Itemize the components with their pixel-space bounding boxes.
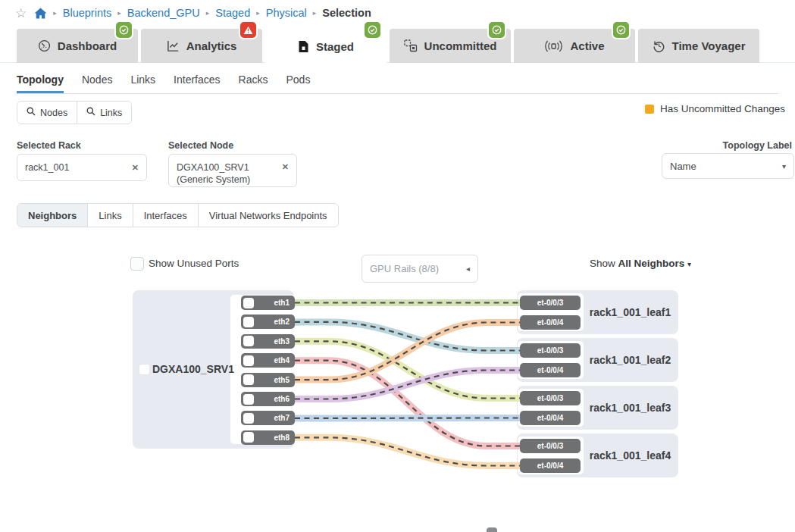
breadcrumb-separator-icon: ▸ <box>256 9 260 17</box>
server-port-eth5[interactable]: eth5 <box>241 373 295 387</box>
breadcrumb-link-physical[interactable]: Physical <box>266 7 307 19</box>
subtab-links[interactable]: Links <box>130 74 155 91</box>
topology-label-value: Name <box>670 161 696 172</box>
leaf-port-rack1-001-leaf1-et-0-0-3[interactable]: et-0/0/3 <box>520 296 581 310</box>
tab-staged[interactable]: Staged <box>265 29 387 64</box>
selected-node-clear-icon[interactable]: ✕ <box>282 161 289 172</box>
server-node-checkbox[interactable] <box>139 364 150 375</box>
chevron-down-icon: ▾ <box>687 260 691 268</box>
subtab-pods[interactable]: Pods <box>286 74 311 91</box>
port-checkbox[interactable] <box>243 298 254 308</box>
port-label: et-0/0/3 <box>520 346 581 355</box>
tab-label: Time Voyager <box>672 39 746 52</box>
chevron-down-icon: ▾ <box>782 162 786 171</box>
selected-rack-value: rack1_001 <box>25 162 69 173</box>
subtab-topology[interactable]: Topology <box>17 74 64 93</box>
breadcrumb-link-blueprints[interactable]: Blueprints <box>63 7 111 19</box>
view-tab-neighbors[interactable]: Neighbors <box>17 204 88 227</box>
subtab-interfaces[interactable]: Interfaces <box>174 74 220 91</box>
topology-label-select[interactable]: Name ▾ <box>662 153 794 179</box>
tab-active[interactable]: Active <box>514 29 635 63</box>
link-band-eth5 <box>295 323 520 380</box>
view-tab-interfaces[interactable]: Interfaces <box>133 204 199 227</box>
search-links-button[interactable]: Links <box>77 102 131 124</box>
favorite-star-icon[interactable]: ☆ <box>15 5 27 21</box>
show-neighbors-dropdown[interactable]: Show All Neighbors ▾ <box>590 258 691 269</box>
breadcrumb-separator-icon: ▸ <box>117 9 121 17</box>
leaf-port-rack1-001-leaf2-et-0-0-3[interactable]: et-0/0/3 <box>520 343 581 358</box>
tab-uncommitted[interactable]: Uncommitted <box>390 29 511 63</box>
port-label: eth8 <box>274 433 295 442</box>
leaf-port-rack1-001-leaf2-et-0-0-4[interactable]: et-0/0/4 <box>520 363 581 377</box>
leaf-port-rack1-001-leaf4-et-0-0-4[interactable]: et-0/0/4 <box>520 458 581 473</box>
analytics-icon <box>167 39 180 52</box>
server-port-eth6[interactable]: eth6 <box>241 392 295 406</box>
server-port-eth7[interactable]: eth7 <box>241 411 295 425</box>
selected-rack-clear-icon[interactable]: ✕ <box>132 162 139 173</box>
selected-rack-label: Selected Rack <box>17 140 81 151</box>
breadcrumb-link-staged[interactable]: Staged <box>215 7 250 19</box>
port-checkbox[interactable] <box>243 374 254 385</box>
search-nodes-button[interactable]: Nodes <box>17 102 77 124</box>
show-unused-ports-checkbox[interactable] <box>130 257 144 271</box>
port-checkbox[interactable] <box>243 336 254 346</box>
tab-time-voyager[interactable]: Time Voyager <box>638 29 759 63</box>
tab-analytics[interactable]: Analytics <box>141 29 262 63</box>
port-checkbox[interactable] <box>243 413 254 424</box>
link-band-eth2 <box>295 322 520 351</box>
breadcrumb-separator-icon: ▸ <box>313 9 317 17</box>
view-tab-virtual-networks-endpoints[interactable]: Virtual Networks Endpoints <box>199 204 338 227</box>
uncommitted-changes-label: Has Uncommitted Changes <box>660 103 785 114</box>
server-port-eth2[interactable]: eth2 <box>241 315 295 329</box>
search-icon <box>27 107 36 118</box>
search-button-label: Nodes <box>40 108 67 118</box>
view-tab-links[interactable]: Links <box>88 204 133 227</box>
gpu-rails-select[interactable]: GPU Rails (8/8) ◂ <box>362 255 478 283</box>
port-label: eth2 <box>274 318 295 326</box>
selected-rack-input[interactable]: rack1_001 ✕ <box>17 154 147 181</box>
leaf-port-rack1-001-leaf4-et-0-0-3[interactable]: et-0/0/3 <box>520 439 581 453</box>
staged-subtab-bar: TopologyNodesLinksInterfacesRacksPods <box>17 73 778 94</box>
link-dash-eth5 <box>295 323 520 380</box>
success-badge-icon <box>613 22 629 38</box>
success-badge-icon <box>116 22 132 38</box>
tab-dashboard[interactable]: Dashboard <box>17 29 138 63</box>
port-checkbox[interactable] <box>243 394 254 405</box>
success-badge-icon <box>365 22 380 38</box>
link-dash-eth8 <box>295 437 520 465</box>
uncommitted-icon <box>404 39 418 52</box>
port-label: eth5 <box>274 376 295 384</box>
home-icon[interactable] <box>34 8 47 19</box>
chevron-left-icon: ◂ <box>466 264 470 273</box>
subtab-nodes[interactable]: Nodes <box>82 74 112 91</box>
tab-label: Analytics <box>186 39 237 52</box>
port-label: eth6 <box>274 395 295 403</box>
port-label: et-0/0/4 <box>520 414 581 422</box>
selected-node-label: Selected Node <box>168 140 233 151</box>
port-label: eth3 <box>274 337 295 346</box>
link-band-eth4 <box>295 361 520 446</box>
server-port-eth8[interactable]: eth8 <box>241 430 295 445</box>
tab-label: Uncommitted <box>424 39 497 52</box>
breadcrumb-link-backend-gpu[interactable]: Backend_GPU <box>127 7 200 19</box>
port-checkbox[interactable] <box>243 355 254 366</box>
port-checkbox[interactable] <box>243 432 254 443</box>
leaf-node-label: rack1_001_leaf2 <box>585 354 675 366</box>
server-port-eth1[interactable]: eth1 <box>241 296 295 310</box>
leaf-port-rack1-001-leaf3-et-0-0-4[interactable]: et-0/0/4 <box>520 411 581 425</box>
port-label: et-0/0/3 <box>520 394 581 402</box>
server-port-eth3[interactable]: eth3 <box>241 334 295 349</box>
staged-icon <box>298 40 309 53</box>
gauge-icon <box>38 39 51 52</box>
selected-node-input[interactable]: DGXA100_SRV1 (Generic System) ✕ <box>168 154 297 187</box>
search-button-label: Links <box>100 108 122 118</box>
leaf-port-rack1-001-leaf3-et-0-0-3[interactable]: et-0/0/3 <box>520 391 581 405</box>
leaf-port-rack1-001-leaf1-et-0-0-4[interactable]: et-0/0/4 <box>520 315 581 330</box>
show-unused-ports-label: Show Unused Ports <box>149 258 239 269</box>
port-checkbox[interactable] <box>243 317 254 327</box>
subtab-racks[interactable]: Racks <box>239 74 268 91</box>
active-icon <box>544 40 563 52</box>
port-label: eth4 <box>274 356 295 365</box>
server-port-eth4[interactable]: eth4 <box>241 353 295 368</box>
node-view-tab-group: NeighborsLinksInterfacesVirtual Networks… <box>17 203 339 227</box>
